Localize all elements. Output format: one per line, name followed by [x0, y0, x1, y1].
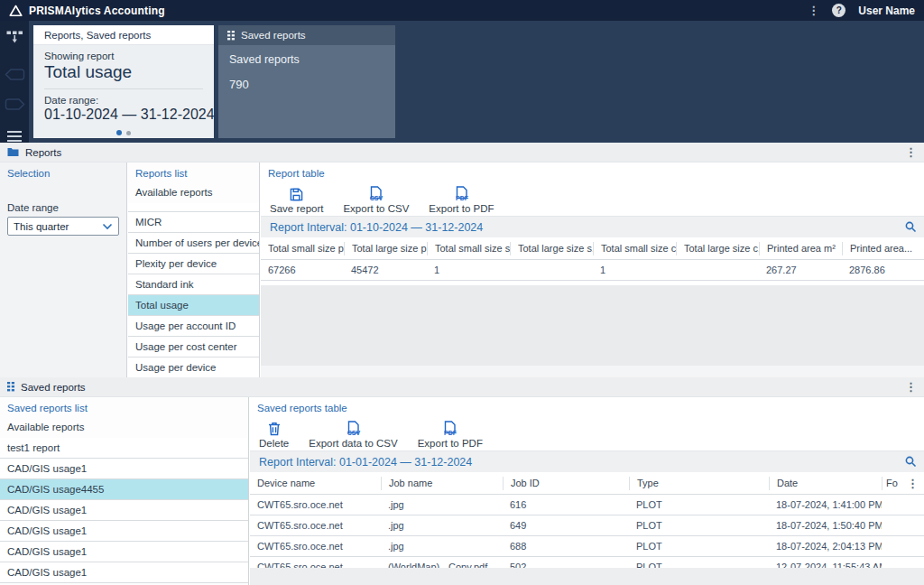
save-report-button[interactable]: Save report: [270, 186, 323, 214]
user-name[interactable]: User Name: [858, 5, 915, 17]
saved-reports-label: Saved reports: [229, 53, 384, 66]
pagination-dot-active[interactable]: [116, 130, 122, 135]
panel-footer-strip: [250, 568, 924, 585]
svg-text:PDF: PDF: [444, 430, 457, 436]
report-table-header: Total small size p... Total large size p…: [261, 237, 924, 260]
column-header[interactable]: Printed area...: [842, 242, 919, 255]
topbar-kebab-icon[interactable]: ⋮: [808, 5, 819, 16]
help-icon[interactable]: ?: [832, 4, 845, 17]
list-item[interactable]: Usage per account ID: [128, 316, 259, 337]
reports-section: Selection Date range This quarter Report…: [0, 162, 924, 377]
export-csv-button[interactable]: CSV Export to CSV: [343, 186, 409, 214]
tag-right-icon[interactable]: [5, 98, 25, 111]
list-item[interactable]: Usage per device: [128, 358, 259, 377]
trash-icon: [268, 421, 281, 436]
column-header[interactable]: Total large size s...: [510, 242, 593, 255]
reports-section-header: Reports ⋮: [0, 143, 924, 162]
saved-reports-table-panel: Saved reports table Delete CSV: [250, 397, 924, 585]
table-row[interactable]: CWT65.sro.oce.net (WorldMap) - Copy.pdf …: [250, 557, 924, 568]
saved-reports-list-panel: Saved reports list Available reports tes…: [0, 397, 249, 585]
list-item[interactable]: CAD/GIS usage1: [0, 521, 248, 542]
saved-table-rows: CWT65.sro.oce.net .jpg 616 PLOT 18-07-20…: [250, 495, 924, 568]
tag-left-icon[interactable]: [5, 68, 25, 81]
list-item[interactable]: CAD/GIS usage1: [0, 542, 248, 562]
svg-text:PDF: PDF: [456, 195, 469, 201]
search-icon[interactable]: [905, 221, 917, 233]
column-header[interactable]: Device name: [250, 477, 381, 490]
saved-section-kebab-icon[interactable]: ⋮: [905, 381, 917, 393]
list-item[interactable]: Plexity per device: [128, 254, 259, 274]
top-app-bar: PRISMAlytics Accounting ⋮ ? User Name: [0, 0, 924, 21]
column-header[interactable]: Date: [769, 477, 882, 490]
report-interval-bar: Report Interval: 01-10-2024 — 31-12-2024: [261, 216, 924, 237]
table-row[interactable]: CWT65.sro.oce.net .jpg 649 PLOT 18-07-20…: [250, 515, 924, 536]
report-interval-text: Report Interval: 01-10-2024 — 31-12-2024: [270, 221, 905, 234]
divider: [44, 88, 203, 89]
panel-title: Saved reports list: [0, 397, 248, 417]
panel-title: Selection: [0, 162, 126, 182]
workflow-tree-icon[interactable]: [6, 31, 23, 44]
column-header[interactable]: Total large size p...: [344, 242, 427, 255]
list-item[interactable]: CAD/GIS usage1: [0, 562, 248, 583]
pdf-icon: PDF: [453, 186, 470, 201]
card-header: Saved reports: [241, 30, 306, 41]
column-header[interactable]: Job ID: [503, 477, 629, 490]
table-row[interactable]: CWT65.sro.oce.net .jpg 688 PLOT 18-07-20…: [250, 536, 924, 557]
list-item[interactable]: Standard ink: [128, 274, 259, 295]
available-reports-label: Available reports: [128, 182, 259, 203]
saved-reports-count: 790: [229, 78, 384, 91]
column-header[interactable]: Total small size s...: [427, 242, 510, 255]
list-item[interactable]: CAD/GIS usage1: [0, 500, 248, 521]
showing-report-label: Showing report: [44, 51, 203, 61]
column-header[interactable]: Total small size p...: [261, 242, 344, 255]
table-row[interactable]: 67266 45472 1 1 267.27 2876.86: [261, 260, 924, 281]
delete-button[interactable]: Delete: [259, 421, 289, 449]
list-item[interactable]: Media print mode: [128, 203, 259, 212]
left-sidebar: [0, 21, 29, 143]
columns-kebab-icon[interactable]: ⋮: [907, 478, 924, 489]
column-header[interactable]: Total small size c...: [593, 242, 676, 255]
panel-footer-strip: [261, 366, 924, 377]
export-pdf-button[interactable]: PDF Export to PDF: [418, 421, 483, 449]
list-item[interactable]: test1 report: [0, 438, 248, 459]
dashboard-banner: Reports, Saved reports Showing report To…: [0, 21, 924, 143]
showing-report-value: Total usage: [44, 62, 203, 82]
csv-icon: CSV: [345, 421, 362, 436]
section-title: Reports: [25, 147, 61, 158]
column-header[interactable]: Total large size c...: [676, 242, 759, 255]
saved-table-toolbar: Delete CSV Export data to CSV PDF: [250, 417, 924, 450]
panel-title: Saved reports table: [250, 397, 924, 417]
column-header[interactable]: Job name: [381, 477, 503, 490]
table-row[interactable]: CWT65.sro.oce.net .jpg 616 PLOT 18-07-20…: [250, 495, 924, 515]
saved-reports-card[interactable]: Saved reports Saved reports 790: [218, 25, 395, 138]
menu-icon[interactable]: [7, 129, 22, 143]
list-item[interactable]: MICR: [128, 212, 259, 233]
list-item[interactable]: Number of users per device: [128, 233, 259, 254]
list-item-selected[interactable]: Total usage: [128, 295, 259, 316]
export-pdf-button[interactable]: PDF Export to PDF: [429, 186, 494, 214]
column-header[interactable]: Fo: [882, 477, 904, 490]
list-item[interactable]: CAD/GIS usage1: [0, 459, 248, 479]
export-data-csv-button[interactable]: CSV Export data to CSV: [309, 421, 397, 449]
date-range-field-label: Date range: [7, 202, 126, 213]
date-range-selected-value: This quarter: [14, 221, 102, 232]
reports-summary-card[interactable]: Reports, Saved reports Showing report To…: [33, 25, 214, 138]
report-table-panel: Report table Save report CSV: [261, 162, 924, 377]
list-item[interactable]: Usage per cost center: [128, 337, 259, 358]
reports-section-kebab-icon[interactable]: ⋮: [905, 146, 917, 158]
csv-icon: CSV: [367, 186, 384, 201]
folder-icon: [7, 147, 19, 157]
date-range-select[interactable]: This quarter: [7, 217, 119, 236]
search-icon[interactable]: [905, 456, 917, 468]
column-header[interactable]: Type: [629, 477, 769, 490]
saved-interval-bar: Report Interval: 01-01-2024 — 31-12-2024: [250, 450, 924, 472]
section-title: Saved reports: [21, 382, 86, 393]
panel-title: Reports list: [128, 162, 259, 182]
pagination-dot[interactable]: [126, 131, 131, 135]
panel-title: Report table: [261, 162, 924, 182]
list-item-selected[interactable]: CAD/GIS usage4455: [0, 479, 248, 500]
card-header: Reports, Saved reports: [33, 25, 214, 45]
columns-kebab-icon[interactable]: ⋮: [919, 243, 924, 255]
column-header[interactable]: Printed area m²: [759, 242, 842, 255]
save-icon: [290, 186, 303, 201]
